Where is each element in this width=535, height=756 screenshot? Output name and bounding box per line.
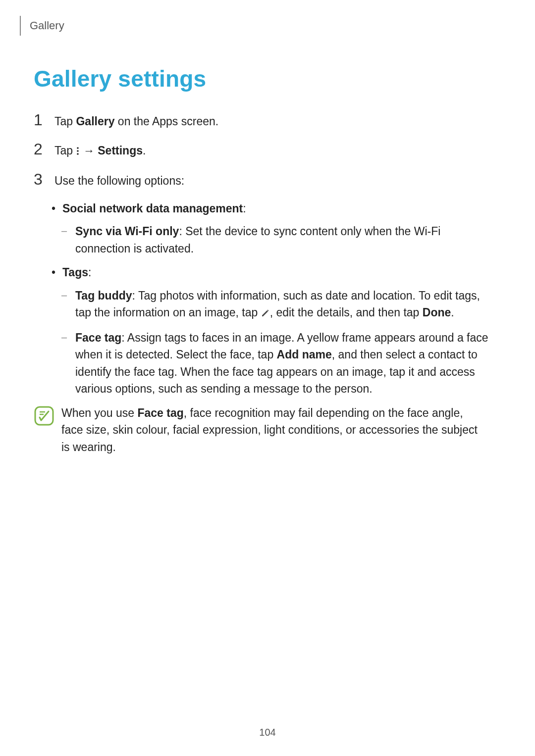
step-text: Tap → Settings. (54, 143, 146, 159)
page-title: Gallery settings (34, 65, 505, 92)
bullet-text: Social network data management: (62, 200, 246, 217)
page-number: 104 (0, 727, 535, 738)
step-3: 3 Use the following options: (34, 170, 505, 189)
dash-icon: – (61, 223, 70, 257)
sub-text: Sync via Wi-Fi only: Set the device to s… (75, 223, 491, 257)
page-header: Gallery (20, 16, 505, 36)
bullet-text: Tags: (62, 264, 91, 281)
step-number: 1 (34, 111, 46, 129)
note-info-icon (34, 405, 54, 456)
text: . (451, 306, 454, 319)
dash-icon: – (61, 287, 70, 322)
step-1: 1 Tap Gallery on the Apps screen. (34, 111, 505, 129)
dash-icon: – (61, 329, 70, 398)
bullet-item: • Tags: (49, 264, 505, 281)
sub-item: – Face tag: Assign tags to faces in an i… (61, 329, 505, 398)
sub-item: – Tag buddy: Tag photos with information… (61, 287, 505, 322)
bullet-dot-icon: • (49, 200, 58, 217)
text: on the Apps screen. (114, 115, 218, 128)
step-text: Tap Gallery on the Apps screen. (54, 113, 218, 129)
header-section-text: Gallery (30, 19, 64, 32)
bold-label: Tag buddy (75, 289, 132, 302)
step-2: 2 Tap → Settings. (34, 140, 505, 159)
step-text: Use the following options: (54, 173, 184, 189)
bold-text: Done (423, 306, 451, 319)
arrow-text: → (80, 144, 98, 157)
bold-label: Tags (62, 266, 88, 279)
text: : (88, 266, 91, 279)
bullet-item: • Social network data management: (49, 200, 505, 217)
text: When you use (61, 406, 137, 419)
sub-text: Face tag: Assign tags to faces in an ima… (75, 329, 491, 398)
bold-label: Social network data management (62, 202, 243, 215)
bold-text: Add name (277, 348, 332, 361)
bold-label: Face tag (75, 331, 121, 344)
header-bar (20, 16, 21, 36)
bold-text: Settings (98, 144, 143, 157)
step-number: 2 (34, 140, 46, 158)
text: Tap (54, 115, 76, 128)
sub-list: – Tag buddy: Tag photos with information… (34, 287, 505, 398)
svg-point-2 (77, 153, 79, 155)
text: . (143, 144, 146, 157)
sub-list: – Sync via Wi-Fi only: Set the device to… (34, 223, 505, 257)
svg-point-1 (77, 150, 79, 152)
note-text: When you use Face tag, face recognition … (61, 404, 487, 456)
edit-pencil-icon (261, 305, 270, 322)
bullet-list: • Social network data management: (34, 200, 505, 217)
bold-text: Gallery (76, 115, 114, 128)
bold-label: Sync via Wi-Fi only (75, 225, 179, 238)
text: Tap (54, 144, 76, 157)
text: , edit the details, and then tap (270, 306, 423, 319)
bullet-list: • Tags: (34, 264, 505, 281)
step-number: 3 (34, 170, 46, 189)
svg-point-0 (77, 147, 79, 149)
sub-text: Tag buddy: Tag photos with information, … (75, 287, 491, 322)
text: : (243, 202, 246, 215)
note-block: When you use Face tag, face recognition … (34, 404, 505, 456)
bullet-dot-icon: • (49, 264, 58, 281)
sub-item: – Sync via Wi-Fi only: Set the device to… (61, 223, 505, 257)
bold-text: Face tag (137, 406, 183, 419)
